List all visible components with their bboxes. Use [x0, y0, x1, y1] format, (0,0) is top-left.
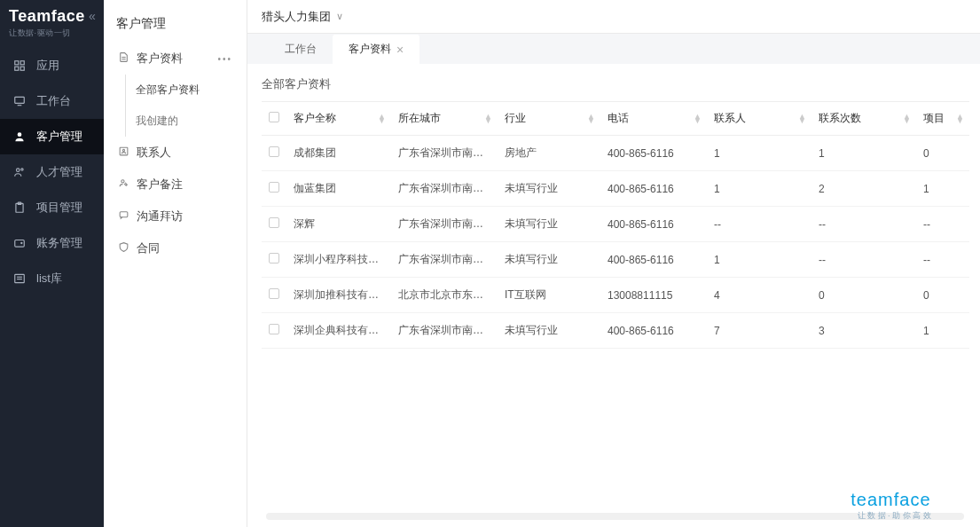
cell-checkbox	[262, 207, 286, 242]
person-icon	[12, 166, 26, 179]
cell: 北京市北京市东城区	[391, 278, 498, 313]
col-header-4[interactable]: 联系人▲▼	[707, 102, 811, 136]
sidebar-main: Teamface 让数据·驱动一切 « 应用工作台客户管理人才管理项目管理账务管…	[0, 0, 104, 527]
col-header-1[interactable]: 所在城市▲▼	[391, 102, 498, 136]
cell: --	[811, 242, 916, 278]
cell: 1	[916, 313, 969, 349]
tab-0[interactable]: 工作台	[269, 35, 333, 64]
cell: 1	[707, 171, 811, 207]
row-checkbox[interactable]	[269, 253, 279, 264]
cell: 深圳企典科技有限公司	[286, 313, 391, 349]
close-icon[interactable]: ×	[396, 43, 404, 57]
row-checkbox[interactable]	[269, 217, 279, 228]
svg-rect-1	[20, 61, 24, 65]
nav-label: 项目管理	[36, 200, 82, 216]
select-all-checkbox[interactable]	[269, 112, 279, 122]
col-label: 行业	[505, 112, 526, 124]
table-row[interactable]: 深圳小程序科技有限...广东省深圳市南山区未填写行业400-865-61161-…	[262, 242, 969, 278]
cell: 400-865-6116	[600, 313, 707, 349]
data-table: 客户全称▲▼所在城市▲▼行业▲▼电话▲▼联系人▲▼联系次数▲▼项目▲▼ 成都集团…	[262, 101, 969, 349]
collapse-icon[interactable]: «	[89, 9, 96, 23]
nav-item-6[interactable]: list库	[0, 261, 104, 296]
row-checkbox[interactable]	[269, 324, 279, 334]
table-row[interactable]: 深圳加推科技有限公司北京市北京市东城区IT互联网13008811115400	[262, 278, 969, 313]
cell: 400-865-6116	[600, 171, 707, 207]
tab-label: 工作台	[285, 42, 317, 57]
more-icon[interactable]: •••	[217, 54, 232, 64]
cell-checkbox	[262, 242, 286, 278]
tree-label: 合同	[137, 240, 160, 256]
cell: 1	[811, 136, 916, 171]
tree-item-5[interactable]: 沟通拜访	[111, 201, 239, 232]
col-header-5[interactable]: 联系次数▲▼	[811, 102, 916, 136]
col-header-6[interactable]: 项目▲▼	[916, 102, 969, 136]
table-row[interactable]: 深辉广东省深圳市南山区未填写行业400-865-6116------	[262, 207, 969, 242]
cell: 7	[707, 313, 811, 349]
nav-label: 客户管理	[36, 129, 82, 145]
nav-item-2[interactable]: 客户管理	[0, 119, 104, 154]
cell: IT互联网	[498, 278, 600, 313]
col-header-3[interactable]: 电话▲▼	[600, 102, 707, 136]
sort-icon[interactable]: ▲▼	[798, 114, 806, 123]
watermark-brand: teamface	[851, 490, 930, 510]
chevron-down-icon: ∨	[336, 11, 343, 22]
col-label: 所在城市	[398, 112, 441, 124]
col-header-2[interactable]: 行业▲▼	[498, 102, 600, 136]
tabbar: 工作台客户资料×	[247, 34, 980, 64]
table-row[interactable]: 深圳企典科技有限公司广东省深圳市南山区未填写行业400-865-6116731	[262, 313, 969, 349]
svg-rect-3	[20, 67, 24, 70]
sort-icon[interactable]: ▲▼	[484, 114, 492, 123]
cell: 0	[916, 278, 969, 313]
clipboard-icon	[12, 201, 26, 215]
row-checkbox[interactable]	[269, 182, 279, 193]
cell-checkbox	[262, 171, 286, 207]
nav-item-4[interactable]: 项目管理	[0, 190, 104, 225]
nav-item-3[interactable]: 人才管理	[0, 154, 104, 190]
svg-rect-2	[14, 67, 18, 70]
tree-item-3[interactable]: 联系人	[111, 137, 239, 169]
nav-label: 人才管理	[36, 164, 82, 180]
tree-label: 联系人	[137, 145, 171, 161]
cell-checkbox	[262, 136, 286, 171]
sort-icon[interactable]: ▲▼	[903, 114, 911, 123]
col-checkbox	[262, 102, 286, 136]
table-row[interactable]: 伽蓝集团广东省深圳市南山区未填写行业400-865-6116121	[262, 171, 969, 207]
tab-1[interactable]: 客户资料×	[333, 35, 419, 64]
tree-item-2[interactable]: 我创建的	[111, 106, 239, 137]
shield-icon	[118, 241, 129, 256]
sort-icon[interactable]: ▲▼	[694, 114, 702, 123]
col-header-0[interactable]: 客户全称▲▼	[286, 102, 391, 136]
svg-rect-11	[14, 240, 24, 248]
nav-item-5[interactable]: 账务管理	[0, 225, 104, 261]
brand: Teamface 让数据·驱动一切	[0, 0, 104, 48]
tree-item-6[interactable]: 合同	[111, 232, 239, 264]
note-icon	[118, 177, 129, 192]
tree-item-0[interactable]: 客户资料•••	[111, 43, 239, 75]
cell: 1	[916, 171, 969, 207]
tree-item-4[interactable]: 客户备注	[111, 169, 239, 201]
col-label: 客户全称	[294, 112, 336, 124]
svg-point-20	[122, 180, 124, 183]
nav-label: 应用	[36, 58, 59, 74]
tree-label: 全部客户资料	[136, 83, 200, 98]
sort-icon[interactable]: ▲▼	[587, 114, 595, 123]
nav-item-1[interactable]: 工作台	[0, 83, 104, 119]
org-switcher[interactable]: 猎头人力集团 ∨	[262, 9, 343, 25]
watermark-side: 企典	[940, 492, 971, 519]
cell: --	[916, 242, 969, 278]
tree-item-1[interactable]: 全部客户资料	[111, 75, 239, 106]
sort-icon[interactable]: ▲▼	[378, 114, 386, 123]
row-checkbox[interactable]	[269, 288, 279, 299]
content-title: 全部客户资料	[262, 76, 969, 101]
nav-item-0[interactable]: 应用	[0, 48, 104, 83]
main-nav: 应用工作台客户管理人才管理项目管理账务管理list库	[0, 48, 104, 296]
tree-label: 客户备注	[137, 177, 183, 193]
wallet-icon	[12, 237, 26, 250]
cell: 房地产	[498, 136, 600, 171]
org-name: 猎头人力集团	[262, 9, 331, 25]
cell: 3	[811, 313, 916, 349]
row-checkbox[interactable]	[269, 146, 279, 157]
table-body: 成都集团广东省深圳市南山区房地产400-865-6116110伽蓝集团广东省深圳…	[262, 136, 969, 349]
sort-icon[interactable]: ▲▼	[956, 114, 964, 123]
table-row[interactable]: 成都集团广东省深圳市南山区房地产400-865-6116110	[262, 136, 969, 171]
